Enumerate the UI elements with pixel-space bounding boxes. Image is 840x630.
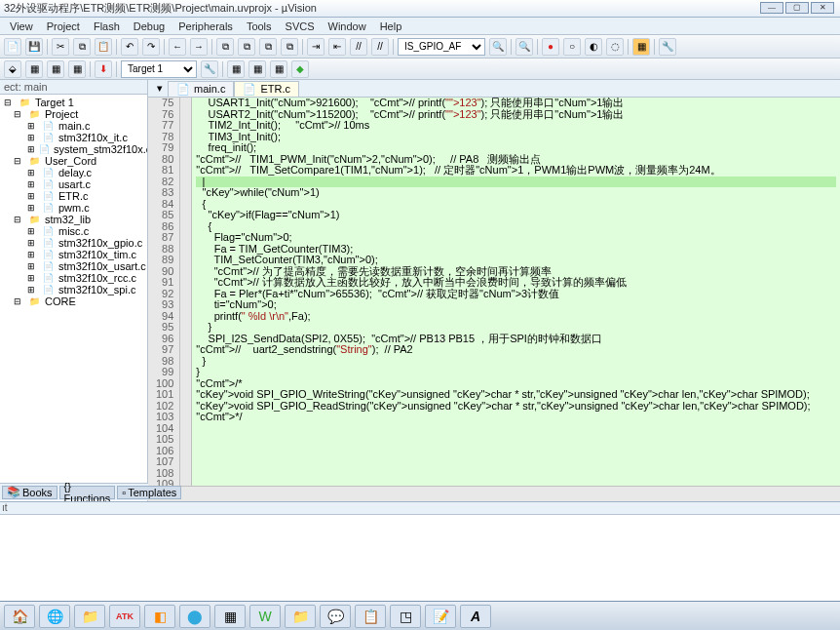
expand-icon[interactable]: ⊞ — [27, 179, 39, 189]
expand-icon[interactable]: ⊞ — [27, 144, 35, 154]
tree-item[interactable]: ⊞📄stm32f10x_it.c — [0, 132, 147, 143]
new-file-button[interactable]: 📄 — [4, 38, 21, 56]
expand-icon[interactable]: ⊟ — [14, 109, 25, 119]
tree-item[interactable]: ⊞📄main.c — [0, 120, 147, 132]
menu-window[interactable]: Window — [328, 20, 366, 32]
debug-start-button[interactable]: 🔍 — [515, 38, 533, 56]
uncomment-button[interactable]: // — [371, 38, 389, 56]
menu-peripherals[interactable]: Peripherals — [178, 20, 233, 32]
task-app-11[interactable]: 📋 — [355, 605, 386, 628]
cut-button[interactable]: ✂ — [52, 38, 69, 56]
task-app-6[interactable]: ⬤ — [179, 605, 210, 628]
tree-item[interactable]: ⊞📄stm32f10x_spi.c — [0, 284, 147, 295]
tree-item[interactable]: ⊞📄stm32f10x_rcc.c — [0, 272, 147, 284]
maximize-button[interactable]: ▢ — [785, 2, 809, 14]
expand-icon[interactable]: ⊞ — [27, 273, 39, 283]
manage4-button[interactable]: ◆ — [291, 60, 309, 78]
project-tab-templates[interactable]: ▫Templates — [117, 486, 181, 499]
menu-help[interactable]: Help — [380, 20, 402, 32]
tree-item[interactable]: ⊞📄stm32f10x_usart.c — [0, 260, 147, 272]
download-button[interactable]: ⬇ — [95, 60, 112, 78]
expand-icon[interactable]: ⊞ — [27, 168, 39, 177]
save-button[interactable]: 💾 — [25, 38, 43, 56]
manage-button[interactable]: ▦ — [227, 60, 245, 78]
task-app-13[interactable]: 📝 — [425, 605, 456, 628]
tree-item[interactable]: ⊟📁stm32_lib — [0, 214, 147, 225]
editor-hscroll[interactable] — [148, 486, 840, 501]
project-tab-books[interactable]: 📚Books — [2, 486, 57, 499]
task-app-1[interactable]: 🏠 — [4, 605, 35, 628]
menu-debug[interactable]: Debug — [134, 20, 165, 32]
outdent-button[interactable]: ⇤ — [328, 38, 346, 56]
nav-fwd-button[interactable]: → — [190, 38, 208, 56]
menu-view[interactable]: View — [10, 20, 33, 32]
tree-item[interactable]: ⊟📁Project — [0, 108, 147, 120]
task-app-12[interactable]: ◳ — [390, 605, 421, 628]
target-options-button[interactable]: 🔧 — [201, 60, 218, 78]
translate-button[interactable]: ⬙ — [4, 60, 21, 78]
breakpoint-kill-button[interactable]: ◐ — [585, 38, 602, 56]
close-button[interactable]: ✕ — [811, 2, 834, 14]
expand-icon[interactable]: ⊞ — [27, 250, 39, 259]
comment-button[interactable]: // — [350, 38, 367, 56]
expand-icon[interactable]: ⊞ — [27, 285, 39, 295]
window-layout-button[interactable]: ▦ — [632, 38, 650, 56]
minimize-button[interactable]: — — [760, 2, 783, 14]
file-tab-main[interactable]: 📄main.c — [168, 81, 234, 97]
tree-item[interactable]: ⊞📄usart.c — [0, 178, 147, 190]
project-tree[interactable]: ⊟📁Target 1⊟📁Project⊞📄main.c⊞📄stm32f10x_i… — [0, 95, 147, 309]
tree-item[interactable]: ⊟📁CORE — [0, 295, 147, 307]
paste-button[interactable]: 📋 — [95, 38, 112, 56]
task-app-9[interactable]: 📁 — [285, 605, 316, 628]
tree-item[interactable]: ⊞📄misc.c — [0, 225, 147, 237]
task-app-8[interactable]: W — [249, 605, 281, 628]
tree-item[interactable]: ⊞📄pwm.c — [0, 202, 147, 214]
breakpoint-clear-button[interactable]: ◌ — [606, 38, 624, 56]
task-app-2[interactable]: 🌐 — [39, 605, 70, 628]
task-app-3[interactable]: 📁 — [74, 605, 105, 628]
expand-icon[interactable]: ⊞ — [27, 133, 39, 142]
bookmark-button[interactable]: ⧉ — [216, 38, 234, 56]
tab-nav-icon[interactable]: ▾ — [152, 82, 168, 95]
task-app-5[interactable]: ◧ — [144, 605, 175, 628]
tree-item[interactable]: ⊞📄delay.c — [0, 167, 147, 178]
expand-icon[interactable]: ⊟ — [14, 296, 25, 306]
expand-icon[interactable]: ⊞ — [27, 238, 39, 248]
find-button[interactable]: 🔍 — [489, 38, 507, 56]
code-editor[interactable]: 7576777879808182838485868788899091929394… — [148, 98, 840, 486]
expand-icon[interactable]: ⊞ — [27, 121, 39, 131]
menu-project[interactable]: Project — [47, 20, 80, 32]
build-output-body[interactable] — [0, 515, 840, 591]
task-app-14[interactable]: A — [460, 605, 491, 628]
copy-button[interactable]: ⧉ — [73, 38, 91, 56]
task-app-10[interactable]: 💬 — [320, 605, 351, 628]
redo-button[interactable]: ↷ — [142, 38, 160, 56]
file-tab-etr[interactable]: 📄ETR.c — [234, 81, 299, 97]
bookmark-clear-button[interactable]: ⧉ — [281, 38, 298, 56]
tree-item[interactable]: ⊞📄stm32f10x_tim.c — [0, 249, 147, 260]
bookmark-next-button[interactable]: ⧉ — [259, 38, 277, 56]
code-content[interactable]: USART1_Init("cNum">921600); "cCmt">// pr… — [192, 98, 840, 486]
configure-button[interactable]: 🔧 — [659, 38, 676, 56]
bookmark-prev-button[interactable]: ⧉ — [238, 38, 255, 56]
expand-icon[interactable]: ⊟ — [14, 215, 25, 224]
tree-item[interactable]: ⊞📄stm32f10x_gpio.c — [0, 237, 147, 249]
batch-build-button[interactable]: ▦ — [68, 60, 86, 78]
expand-icon[interactable]: ⊟ — [14, 156, 25, 166]
indent-button[interactable]: ⇥ — [307, 38, 325, 56]
menu-tools[interactable]: Tools — [247, 20, 272, 32]
menu-flash[interactable]: Flash — [94, 20, 120, 32]
target-select[interactable]: Target 1 — [121, 60, 197, 78]
tree-item[interactable]: ⊞📄system_stm32f10x.c — [0, 143, 147, 155]
breakpoint-disable-button[interactable]: ○ — [563, 38, 581, 56]
task-app-4[interactable]: ATK — [109, 605, 140, 628]
manage3-button[interactable]: ▦ — [270, 60, 287, 78]
tree-item[interactable]: ⊟📁User_Cord — [0, 155, 147, 167]
expand-icon[interactable]: ⊞ — [27, 203, 39, 213]
task-app-7[interactable]: ▦ — [214, 605, 246, 628]
expand-icon[interactable]: ⊞ — [27, 191, 39, 201]
project-tab-functions[interactable]: {} Functions — [59, 486, 116, 499]
menu-svcs[interactable]: SVCS — [286, 20, 315, 32]
expand-icon[interactable]: ⊞ — [27, 226, 39, 236]
rebuild-button[interactable]: ▦ — [47, 60, 64, 78]
